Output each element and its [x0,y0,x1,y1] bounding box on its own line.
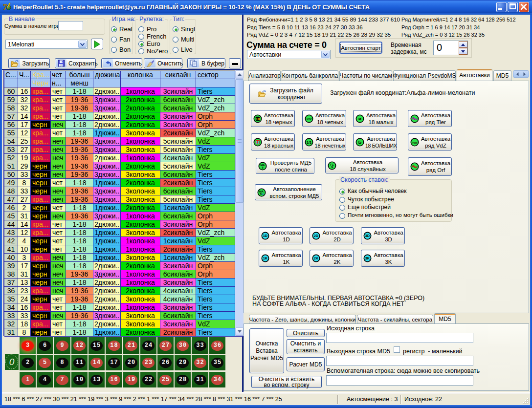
svg-text:3D: 3D [365,234,370,238]
svg-text:2K: 2K [314,256,319,260]
svg-text:1K: 1K [263,256,268,260]
svg-text:18: 18 [256,140,260,144]
svg-text:2D: 2D [314,234,319,238]
svg-text:2/2: 2/2 [307,116,311,121]
svg-text:1D: 1D [263,234,268,238]
svg-text:Ч: Ч [331,166,333,169]
svg-text:3K: 3K [365,256,370,260]
svg-text:Vdz: Vdz [412,141,418,144]
svg-text:18: 18 [256,117,260,120]
svg-text:Б: Б [358,140,362,145]
svg-text:м: м [358,117,361,121]
svg-text:1/1: 1/1 [307,140,311,144]
svg-text:0: 0 [9,357,15,367]
